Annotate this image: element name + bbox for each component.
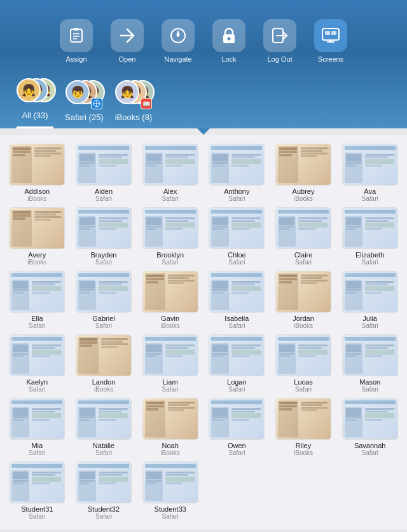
student-app: Safari	[95, 322, 112, 329]
student-item[interactable]: Noah iBooks	[138, 398, 202, 456]
student-item[interactable]: Jordan iBooks	[272, 271, 336, 329]
student-name: Ava	[364, 188, 376, 195]
student-app: iBooks	[161, 322, 180, 329]
student-app: Safari	[29, 322, 45, 329]
toolbar-navigate[interactable]: Navigate	[162, 19, 195, 63]
student-screen	[9, 461, 65, 503]
student-app: Safari	[29, 513, 45, 520]
open-label: Open	[119, 55, 136, 63]
student-app: Safari	[228, 386, 245, 393]
student-item[interactable]: Addison iBooks	[5, 144, 69, 202]
group-filter: 👧 👦 👧 All (33) 👦 👧 👦 Safari	[10, 78, 397, 128]
student-item[interactable]: Mia Safari	[5, 398, 69, 456]
student-item[interactable]: Isabella Safari	[205, 271, 269, 329]
student-screen	[209, 271, 265, 313]
group-ibooks-label: iBooks (8)	[115, 113, 153, 122]
student-item[interactable]: Anthony Safari	[205, 144, 269, 202]
student-app: Safari	[162, 513, 179, 520]
group-safari[interactable]: 👦 👧 👦 Safari (25)	[65, 80, 104, 128]
student-item[interactable]: Landon iBooks	[72, 334, 136, 393]
student-item[interactable]: Aiden Safari	[72, 144, 136, 202]
student-screen	[142, 461, 198, 503]
toolbar-screens[interactable]: Screens	[314, 19, 347, 63]
student-item[interactable]: Riley iBooks	[272, 398, 336, 456]
student-name: Addison	[24, 188, 50, 195]
student-name: Claire	[294, 251, 313, 259]
student-name: Brayden	[91, 251, 117, 259]
student-app: iBooks	[94, 386, 113, 393]
student-screen	[342, 144, 398, 186]
student-item[interactable]: Logan Safari	[205, 334, 269, 393]
student-item[interactable]: Claire Safari	[272, 207, 336, 266]
student-item[interactable]: Savannah Safari	[338, 398, 402, 456]
student-app: iBooks	[27, 195, 46, 202]
student-name: Savannah	[354, 442, 386, 449]
group-all-label: All (33)	[22, 111, 48, 120]
student-screen	[209, 144, 265, 186]
student-name: Noah	[162, 442, 179, 449]
svg-rect-16	[331, 31, 336, 35]
group-safari-avatars: 👦 👧 👦	[66, 80, 102, 109]
toolbar-lock[interactable]: Lock	[212, 19, 245, 63]
student-screen	[76, 461, 132, 503]
student-screen	[142, 207, 198, 249]
student-item[interactable]: Brooklyn Safari	[138, 207, 202, 266]
student-name: Riley	[296, 442, 311, 449]
student-item[interactable]: Aubrey iBooks	[272, 144, 336, 202]
student-app: Safari	[95, 513, 112, 520]
student-screen	[76, 144, 132, 186]
group-ibooks[interactable]: 👧 👦 👧 📖 iBooks (8)	[115, 80, 153, 128]
toolbar-logout[interactable]: Log Out	[263, 19, 296, 63]
assign-label: Assign	[66, 55, 86, 63]
student-app: Safari	[295, 259, 312, 266]
student-item[interactable]: Natalie Safari	[72, 398, 136, 456]
student-item[interactable]: Student31 Safari	[5, 461, 69, 520]
student-name: Mason	[359, 378, 380, 386]
student-screen	[275, 334, 331, 376]
student-item[interactable]: Gavin iBooks	[138, 271, 202, 329]
student-screen	[342, 334, 398, 376]
toolbar-assign[interactable]: Assign	[60, 19, 93, 63]
student-screen	[9, 334, 65, 376]
student-name: Isabella	[224, 315, 249, 322]
student-item[interactable]: Avery iBooks	[5, 207, 69, 266]
lock-icon-box	[212, 19, 245, 52]
student-item[interactable]: Mason Safari	[338, 334, 402, 393]
student-item[interactable]: Chloe Safari	[205, 207, 269, 266]
group-all[interactable]: 👧 👦 👧 All (33)	[17, 78, 53, 128]
student-item[interactable]: Lucas Safari	[272, 334, 336, 393]
student-app: Safari	[162, 195, 179, 202]
student-name: Student32	[88, 505, 120, 513]
student-item[interactable]: Julia Safari	[338, 271, 402, 329]
student-app: Safari	[228, 449, 245, 456]
student-item[interactable]: Owen Safari	[205, 398, 269, 456]
student-item[interactable]: Student32 Safari	[72, 461, 136, 520]
student-screen	[9, 144, 65, 186]
student-app: Safari	[362, 259, 378, 266]
student-item[interactable]: Ella Safari	[5, 271, 69, 329]
student-app: Safari	[162, 259, 179, 266]
student-app: Safari	[29, 449, 45, 456]
student-screen	[76, 207, 132, 249]
student-app: iBooks	[294, 195, 313, 202]
student-item[interactable]: Ava Safari	[338, 144, 402, 202]
student-item[interactable]: Alex Safari	[138, 144, 202, 202]
student-app: Safari	[29, 386, 45, 393]
student-item[interactable]: Elizabeth Safari	[338, 207, 402, 266]
header-pointer	[197, 128, 210, 135]
student-item[interactable]: Gabriel Safari	[72, 271, 136, 329]
student-item[interactable]: Liam Safari	[138, 334, 202, 393]
toolbar-open[interactable]: Open	[111, 19, 144, 63]
logout-icon-box	[263, 19, 296, 52]
student-screen	[142, 144, 198, 186]
student-item[interactable]: Brayden Safari	[72, 207, 136, 266]
student-name: Gavin	[161, 315, 179, 322]
open-icon-box	[111, 19, 144, 52]
student-item[interactable]: Kaelyn Safari	[5, 334, 69, 393]
student-screen	[342, 398, 398, 440]
student-app: Safari	[95, 259, 112, 266]
student-name: Chloe	[228, 251, 246, 259]
student-name: Mia	[31, 442, 43, 449]
student-item[interactable]: Student33 Safari	[138, 461, 202, 520]
student-screen	[209, 398, 265, 440]
